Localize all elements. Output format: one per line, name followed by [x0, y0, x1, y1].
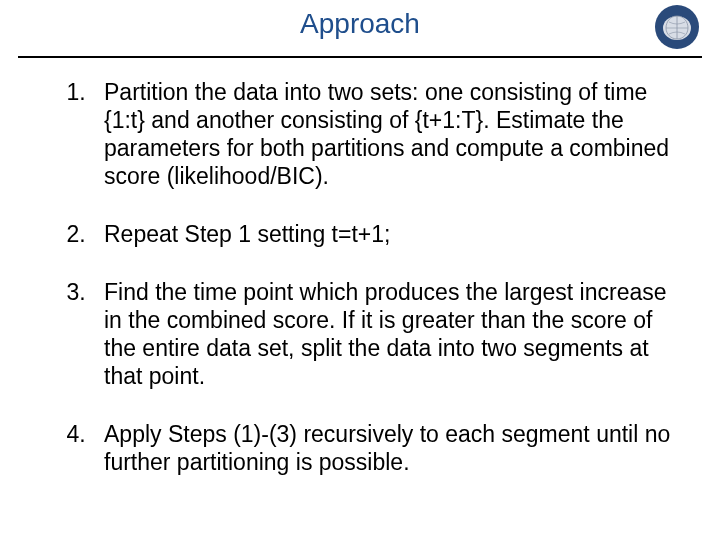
list-item: Find the time point which produces the l… [92, 278, 684, 390]
slide-body: Partition the data into two sets: one co… [0, 58, 720, 477]
list-item: Repeat Step 1 setting t=t+1; [92, 220, 684, 248]
steps-list: Partition the data into two sets: one co… [36, 78, 684, 477]
step-text: Partition the data into two sets: one co… [104, 79, 669, 189]
header-divider [18, 56, 702, 58]
step-text: Find the time point which produces the l… [104, 279, 667, 389]
list-item: Apply Steps (1)-(3) recursively to each … [92, 420, 684, 476]
step-text: Repeat Step 1 setting t=t+1; [104, 221, 390, 247]
slide: Approach Partition the data into two set… [0, 0, 720, 540]
step-text: Apply Steps (1)-(3) recursively to each … [104, 421, 670, 475]
slide-header: Approach [0, 0, 720, 58]
brain-logo-icon [654, 4, 700, 50]
slide-title: Approach [300, 8, 420, 40]
list-item: Partition the data into two sets: one co… [92, 78, 684, 190]
